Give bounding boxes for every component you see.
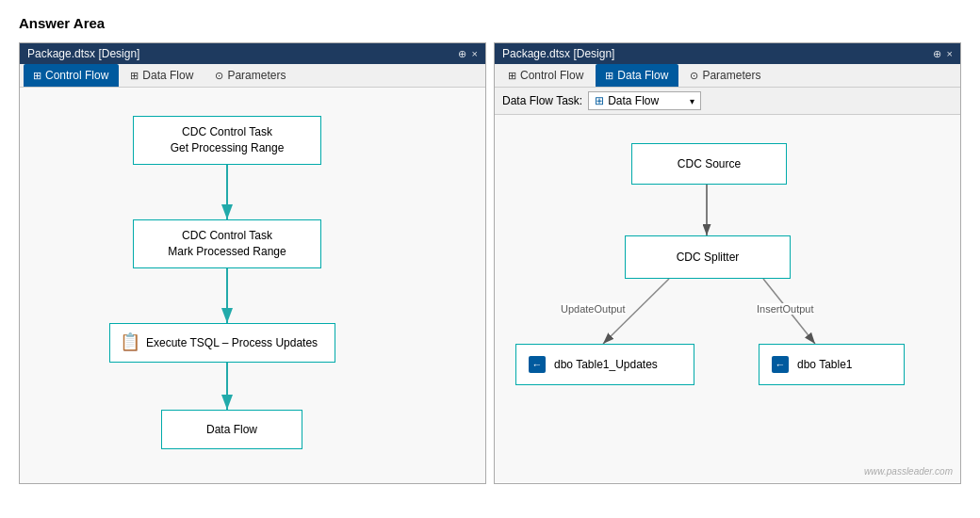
control-flow-tab-label-left: Control Flow [45, 69, 108, 82]
tab-control-flow-right[interactable]: ⊞ Control Flow [498, 64, 594, 87]
tab-data-flow-left[interactable]: ⊞ Data Flow [121, 64, 204, 87]
left-tabbar: ⊞ Control Flow ⊞ Data Flow ⊙ Parameters [20, 64, 485, 88]
node-cdc-control-1-label: CDC Control TaskGet Processing Range [171, 124, 285, 156]
node-dbo-table1[interactable]: ← dbo Table1 [759, 344, 905, 385]
control-flow-tab-label-right: Control Flow [520, 69, 583, 82]
watermark: www.passleader.com [864, 466, 953, 477]
left-canvas: CDC Control TaskGet Processing Range CDC… [20, 88, 485, 483]
left-close-icon[interactable]: × [472, 48, 478, 59]
left-titlebar-text: Package.dtsx [Design] [27, 47, 139, 60]
node-execute-tsql[interactable]: 📋 Execute TSQL – Process Updates [109, 323, 335, 363]
parameters-tab-label-right: Parameters [702, 69, 760, 82]
page-title: Answer Area [19, 15, 961, 31]
parameters-tab-icon-right: ⊙ [690, 70, 698, 82]
data-flow-tab-label-left: Data Flow [142, 69, 193, 82]
node-cdc-source[interactable]: CDC Source [631, 143, 787, 185]
left-titlebar: Package.dtsx [Design] ⊕ × [20, 43, 485, 64]
data-flow-tab-icon-right: ⊞ [605, 70, 613, 82]
left-design-panel: Package.dtsx [Design] ⊕ × ⊞ Control Flow… [19, 42, 486, 484]
node-dbo-updates[interactable]: ← dbo Table1_Updates [515, 344, 694, 385]
right-close-icon[interactable]: × [947, 48, 953, 59]
insert-output-label: InsertOutput [757, 303, 814, 315]
tab-data-flow-right[interactable]: ⊞ Data Flow [596, 64, 678, 87]
dropdown-value: Data Flow [608, 94, 659, 107]
page-container: Answer Area Package.dtsx [Design] ⊕ × ⊞ … [0, 0, 980, 499]
dbo-updates-label: dbo Table1_Updates [554, 357, 658, 373]
right-titlebar: Package.dtsx [Design] ⊕ × [495, 43, 960, 64]
dropdown-icon: ⊞ [595, 94, 604, 107]
node-cdc-control-1[interactable]: CDC Control TaskGet Processing Range [133, 116, 321, 165]
tab-parameters-right[interactable]: ⊙ Parameters [680, 64, 771, 87]
node-cdc-control-2[interactable]: CDC Control TaskMark Processed Range [133, 219, 321, 268]
dbo-table1-label: dbo Table1 [797, 357, 853, 373]
svg-text:←: ← [532, 359, 543, 370]
node-cdc-control-2-label: CDC Control TaskMark Processed Range [168, 228, 286, 260]
update-output-label: UpdateOutput [561, 303, 626, 315]
cdc-source-label: CDC Source [678, 156, 741, 172]
db-icon-updates: ← [526, 353, 548, 376]
right-canvas: UpdateOutput InsertOutput CDC Source CDC… [495, 115, 960, 482]
right-design-panel: Package.dtsx [Design] ⊕ × ⊞ Control Flow… [494, 42, 961, 484]
data-flow-tab-label-right: Data Flow [617, 69, 668, 82]
right-titlebar-text: Package.dtsx [Design] [502, 47, 614, 60]
tab-parameters-left[interactable]: ⊙ Parameters [205, 64, 296, 87]
execute-tsql-label: Execute TSQL – Process Updates [146, 335, 318, 351]
node-data-flow[interactable]: Data Flow [161, 410, 302, 449]
right-pin-icon[interactable]: ⊕ [933, 48, 941, 60]
panels-row: Package.dtsx [Design] ⊕ × ⊞ Control Flow… [19, 42, 961, 484]
taskbar-label: Data Flow Task: [502, 94, 582, 107]
parameters-tab-icon-left: ⊙ [215, 70, 223, 82]
db-icon-table1: ← [769, 353, 792, 376]
dropdown-arrow-icon: ▾ [690, 96, 694, 106]
svg-text:←: ← [776, 359, 786, 370]
left-pin-icon[interactable]: ⊕ [458, 48, 466, 60]
control-flow-tab-icon-left: ⊞ [33, 70, 41, 82]
cdc-splitter-label: CDC Splitter [677, 250, 740, 266]
parameters-tab-label-left: Parameters [227, 69, 286, 82]
control-flow-tab-icon-right: ⊞ [508, 70, 516, 82]
tab-control-flow-left[interactable]: ⊞ Control Flow [24, 64, 119, 87]
data-flow-tab-icon-left: ⊞ [130, 70, 139, 82]
dataflow-dropdown[interactable]: ⊞ Data Flow ▾ [588, 91, 701, 110]
right-tabbar: ⊞ Control Flow ⊞ Data Flow ⊙ Parameters [495, 64, 960, 88]
node-cdc-splitter[interactable]: CDC Splitter [625, 235, 791, 279]
data-flow-label: Data Flow [206, 422, 257, 438]
execute-tsql-icon: 📋 [120, 331, 140, 354]
dataflow-taskbar: Data Flow Task: ⊞ Data Flow ▾ [495, 88, 960, 115]
